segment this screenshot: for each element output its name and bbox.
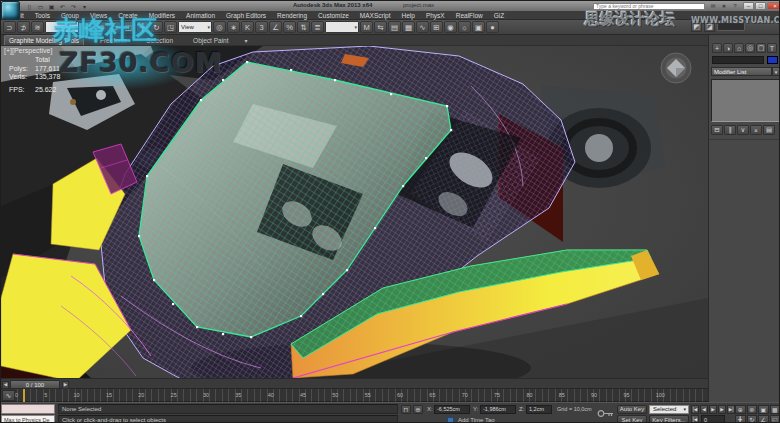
menu-item[interactable]: Create [113, 12, 144, 19]
tab-hierarchy[interactable]: ⌂ [734, 43, 744, 53]
time-slider-next-icon[interactable]: ▶ [62, 381, 69, 389]
previous-frame-button[interactable]: ◀ [700, 405, 708, 414]
menu-item[interactable]: Tools [29, 12, 55, 19]
maximize-viewport-icon[interactable]: ◱ [770, 415, 780, 423]
communication-center-icon[interactable]: ✉ [709, 2, 717, 10]
selection-lock-icon[interactable]: ⊓ [401, 405, 411, 414]
x-coordinate-field[interactable]: -6,525cm [434, 405, 470, 414]
plugin-icon-1[interactable]: ◩ [691, 21, 702, 32]
select-and-link-icon[interactable]: ⊃ [3, 21, 16, 33]
layer-manager-icon[interactable]: ▤ [388, 21, 401, 33]
viewport[interactable]: [+][Perspective] Total Polys:177,611 Ver… [1, 46, 708, 378]
menu-item[interactable]: Customize [313, 12, 355, 19]
viewcube-home-icon[interactable] [661, 53, 691, 83]
menu-item[interactable]: GiZ [488, 12, 509, 19]
orbit-icon[interactable]: ↻ [747, 415, 758, 423]
tab-motion[interactable]: ◎ [745, 43, 755, 53]
minimize-button[interactable]: – [743, 2, 754, 10]
tab-utilities[interactable]: T [767, 43, 777, 53]
window-crossing-icon[interactable]: ◫ [122, 21, 135, 33]
search-input[interactable] [593, 3, 705, 10]
viewport-label[interactable]: [+][Perspective] [4, 47, 52, 54]
tab-modify[interactable]: ◑ [723, 43, 733, 53]
mini-curve-editor-icon[interactable]: ∿ [2, 390, 15, 401]
named-selection-sets-dropdown[interactable] [325, 21, 359, 33]
maximize-button[interactable]: □ [755, 2, 766, 10]
menu-item[interactable]: Modifiers [143, 12, 180, 19]
menu-item[interactable]: Rendering [272, 12, 313, 19]
maxscript-mini-listener-pink[interactable] [1, 404, 55, 414]
zoom-all-icon[interactable]: ⊛ [747, 405, 758, 414]
save-file-icon[interactable]: ▣ [47, 2, 56, 10]
close-button[interactable]: × [767, 2, 780, 10]
menu-item[interactable]: Animation [181, 12, 221, 19]
go-to-start-button[interactable]: |◀ [691, 405, 699, 414]
mirror-icon[interactable]: M [360, 21, 373, 33]
keyboard-override-icon[interactable]: K [241, 21, 254, 33]
add-time-tag[interactable]: Add Time Tag [458, 417, 495, 423]
render-setup-icon[interactable]: ☼ [458, 21, 471, 33]
modifier-list-arrow-icon[interactable]: ▾ [772, 67, 780, 76]
tab-selection[interactable]: Selection [142, 36, 177, 45]
selection-filter-dropdown[interactable] [45, 21, 79, 33]
tab-graphite-modeling-tools[interactable]: Graphite Modeling Tools [4, 35, 84, 45]
spinner-snap-icon[interactable]: ⇅ [297, 21, 310, 33]
tab-display[interactable]: ▢ [756, 43, 766, 53]
bind-to-space-warp-icon[interactable]: ≋ [31, 21, 44, 33]
ribbon-toggle-icon[interactable]: ▦ [402, 21, 415, 33]
show-end-result-icon[interactable]: ∥ [724, 125, 736, 135]
render-production-icon[interactable]: ● [486, 21, 499, 33]
menu-item[interactable]: Views [84, 12, 112, 19]
rendered-frame-icon[interactable]: ▣ [472, 21, 485, 33]
select-object-icon[interactable]: ► [80, 21, 93, 33]
select-and-rotate-icon[interactable]: ↻ [150, 21, 163, 33]
selection-region-icon[interactable]: ▭ [108, 21, 121, 33]
project-dropdown-icon[interactable]: ▾ [80, 2, 89, 10]
maxscript-mini-listener-white[interactable]: Max to Physics De [1, 415, 55, 423]
select-and-move-icon[interactable]: ╋ [136, 21, 149, 33]
new-scene-icon[interactable]: ▯ [25, 2, 34, 10]
tab-create[interactable]: + [712, 43, 722, 53]
go-to-end-button[interactable]: ▶| [727, 405, 735, 414]
field-of-view-icon[interactable]: ∠ [758, 415, 769, 423]
object-color-swatch[interactable] [767, 56, 778, 64]
tab-object-paint[interactable]: Object Paint [189, 36, 232, 45]
z-coordinate-field[interactable]: 1,2cm [526, 405, 552, 414]
current-frame-field[interactable]: 0 [701, 415, 725, 423]
align-icon[interactable]: ⇆ [374, 21, 387, 33]
redo-icon[interactable]: ↷ [69, 2, 78, 10]
pin-stack-icon[interactable]: ⊟ [711, 125, 723, 135]
select-and-manipulate-icon[interactable]: ∗ [227, 21, 240, 33]
unlink-selection-icon[interactable]: ⊅ [17, 21, 30, 33]
menu-item[interactable]: Help [396, 12, 420, 19]
time-slider[interactable]: ◀ 0 / 100 ▶ [1, 378, 708, 389]
reference-coordinate-dropdown[interactable]: View [178, 21, 212, 33]
pan-icon[interactable]: ╋ [735, 415, 746, 423]
y-coordinate-field[interactable]: -1,986cm [480, 405, 516, 414]
schematic-view-icon[interactable]: ⊞ [430, 21, 443, 33]
menu-item[interactable]: MAXScript [354, 12, 396, 19]
modifier-stack[interactable] [711, 79, 780, 122]
remove-modifier-icon[interactable]: × [750, 125, 762, 135]
tab-freeform[interactable]: Freeform [96, 36, 130, 45]
zoom-extents-all-icon[interactable]: ▩ [770, 405, 780, 414]
angle-snap-icon[interactable]: ∠ [269, 21, 282, 33]
select-and-scale-icon[interactable]: ◳ [164, 21, 177, 33]
selection-set-dropdown[interactable]: Selected [649, 405, 689, 414]
percent-snap-icon[interactable]: % [283, 21, 296, 33]
modifier-list-dropdown[interactable]: Modifier List [711, 67, 772, 76]
make-unique-icon[interactable]: ∨ [737, 125, 749, 135]
menu-item[interactable]: PhysX [420, 12, 450, 19]
help-icon[interactable]: ? [731, 2, 739, 10]
absolute-mode-icon[interactable]: ⊕ [413, 405, 423, 414]
select-by-name-icon[interactable]: ▤ [94, 21, 107, 33]
track-bar[interactable]: ∿ 05101520253035404550556065707580859095… [1, 389, 708, 402]
material-editor-icon[interactable]: ◉ [444, 21, 457, 33]
edit-named-sets-icon[interactable]: ≣ [311, 21, 324, 33]
curve-editor-icon[interactable]: ∿ [416, 21, 429, 33]
menu-item[interactable]: Graph Editors [221, 12, 272, 19]
favorites-icon[interactable]: ★ [720, 2, 728, 10]
key-mode-toggle-button[interactable]: |◀ [691, 415, 699, 423]
plugin-icon-2[interactable]: ◪ [704, 21, 715, 32]
menu-item[interactable]: RealFlow [450, 12, 488, 19]
